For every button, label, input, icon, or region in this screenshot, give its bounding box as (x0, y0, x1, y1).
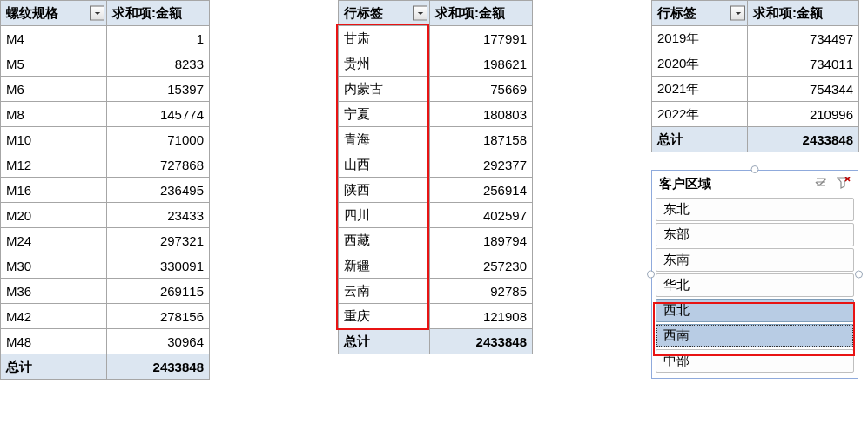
table-row: 重庆121908 (339, 304, 533, 329)
col-header-row-label[interactable]: 行标签 (652, 1, 748, 26)
row-label[interactable]: M24 (1, 228, 107, 253)
row-value[interactable]: 198621 (430, 51, 533, 77)
row-label[interactable]: 2021年 (652, 77, 748, 102)
slicer-item[interactable]: 东部 (656, 223, 854, 246)
row-label[interactable]: M4 (1, 26, 107, 51)
filter-dropdown-icon[interactable] (413, 6, 427, 21)
row-value[interactable]: 187158 (430, 127, 533, 152)
row-label[interactable]: M48 (1, 329, 107, 354)
row-label[interactable]: M42 (1, 304, 107, 329)
slicer-item[interactable]: 东南 (656, 248, 854, 272)
row-value[interactable]: 23433 (107, 203, 210, 228)
row-value[interactable]: 292377 (430, 152, 533, 178)
row-label[interactable]: 宁夏 (339, 102, 430, 127)
row-value[interactable]: 177991 (430, 26, 533, 51)
row-value[interactable]: 30964 (107, 329, 210, 354)
clear-filter-icon[interactable] (837, 177, 851, 192)
row-value[interactable]: 256914 (430, 178, 533, 203)
table-row: 内蒙古75669 (339, 77, 533, 102)
row-value[interactable]: 145774 (107, 102, 210, 127)
slicer-item[interactable]: 西南 (656, 324, 854, 347)
row-label[interactable]: 云南 (339, 279, 430, 304)
resize-handle[interactable] (855, 271, 863, 279)
resize-handle[interactable] (647, 271, 655, 279)
row-label[interactable]: M36 (1, 279, 107, 304)
row-label[interactable]: 新疆 (339, 253, 430, 279)
row-label[interactable]: 甘肃 (339, 26, 430, 51)
table-row: 四川402597 (339, 203, 533, 228)
table-row: M1071000 (1, 127, 210, 152)
slicer-customer-region: 客户区域 东北东部东南华北西北西南中部 (651, 170, 858, 379)
table-row: M4830964 (1, 329, 210, 354)
row-label[interactable]: 内蒙古 (339, 77, 430, 102)
row-value[interactable]: 754344 (748, 77, 859, 102)
row-label[interactable]: M16 (1, 178, 107, 203)
pivot-table-province: 行标签 求和项:金额 甘肃177991贵州198621内蒙古75669宁夏180… (338, 0, 533, 354)
row-value[interactable]: 15397 (107, 77, 210, 102)
col-header-label: 行标签 (657, 5, 696, 20)
row-value[interactable]: 92785 (430, 279, 533, 304)
row-value[interactable]: 402597 (430, 203, 533, 228)
table-row: 宁夏180803 (339, 102, 533, 127)
row-label[interactable]: 山西 (339, 152, 430, 178)
row-label[interactable]: M5 (1, 51, 107, 77)
row-label[interactable]: 四川 (339, 203, 430, 228)
row-label[interactable]: 西藏 (339, 228, 430, 253)
row-value[interactable]: 278156 (107, 304, 210, 329)
row-value[interactable]: 189794 (430, 228, 533, 253)
slicer-item[interactable]: 东北 (656, 198, 854, 221)
filter-dropdown-icon[interactable] (90, 6, 104, 21)
col-header-row-label[interactable]: 行标签 (339, 1, 430, 26)
slicer-item[interactable]: 西北 (656, 299, 854, 322)
col-header-sum-amount: 求和项:金额 (748, 1, 859, 26)
col-header-thread-spec[interactable]: 螺纹规格 (1, 1, 107, 26)
row-value[interactable]: 734497 (748, 26, 859, 51)
table-row: M2023433 (1, 203, 210, 228)
row-label[interactable]: 青海 (339, 127, 430, 152)
filter-dropdown-icon[interactable] (730, 6, 745, 21)
row-label[interactable]: M10 (1, 127, 107, 152)
table-row: M12727868 (1, 152, 210, 178)
row-value[interactable]: 269115 (107, 279, 210, 304)
row-label[interactable]: M12 (1, 152, 107, 178)
row-value[interactable]: 180803 (430, 102, 533, 127)
row-value[interactable]: 210996 (748, 102, 859, 127)
table-row: M42278156 (1, 304, 210, 329)
row-label[interactable]: 贵州 (339, 51, 430, 77)
row-value[interactable]: 727868 (107, 152, 210, 178)
row-value[interactable]: 71000 (107, 127, 210, 152)
slicer-item[interactable]: 华北 (656, 273, 854, 297)
row-label[interactable]: 陕西 (339, 178, 430, 203)
row-label[interactable]: 2020年 (652, 51, 748, 77)
slicer-item[interactable]: 中部 (656, 349, 854, 373)
row-value[interactable]: 734011 (748, 51, 859, 77)
row-value[interactable]: 75669 (430, 77, 533, 102)
table-row: M16236495 (1, 178, 210, 203)
row-label[interactable]: 重庆 (339, 304, 430, 329)
table-row: M41 (1, 26, 210, 51)
table-row: 山西292377 (339, 152, 533, 178)
table-row: 新疆257230 (339, 253, 533, 279)
row-value[interactable]: 8233 (107, 51, 210, 77)
table-row: 云南92785 (339, 279, 533, 304)
row-value[interactable]: 236495 (107, 178, 210, 203)
total-label: 总计 (339, 329, 430, 354)
row-label[interactable]: M30 (1, 253, 107, 279)
row-value[interactable]: 297321 (107, 228, 210, 253)
row-label[interactable]: 2019年 (652, 26, 748, 51)
row-value[interactable]: 257230 (430, 253, 533, 279)
row-label[interactable]: 2022年 (652, 102, 748, 127)
table-row: 2020年734011 (652, 51, 859, 77)
row-value[interactable]: 121908 (430, 304, 533, 329)
total-value: 2433848 (107, 354, 210, 380)
table-row: M8145774 (1, 102, 210, 127)
row-value[interactable]: 330091 (107, 253, 210, 279)
row-value[interactable]: 1 (107, 26, 210, 51)
row-label[interactable]: M8 (1, 102, 107, 127)
row-label[interactable]: M6 (1, 77, 107, 102)
multi-select-icon[interactable] (814, 177, 828, 192)
resize-handle[interactable] (751, 165, 759, 173)
total-label: 总计 (652, 127, 748, 152)
col-header-label: 螺纹规格 (6, 5, 58, 20)
row-label[interactable]: M20 (1, 203, 107, 228)
